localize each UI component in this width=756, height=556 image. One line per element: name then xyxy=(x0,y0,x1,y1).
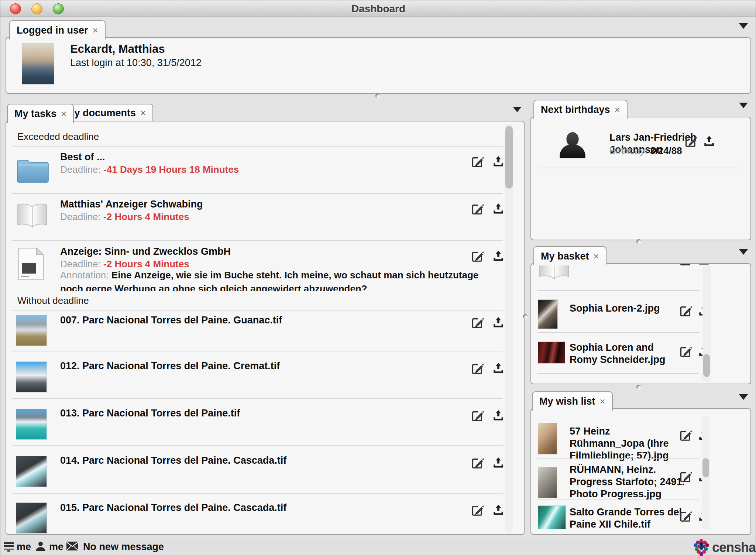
logged-in-user-panel: Eckardt, Matthias Last login at 10:30, 3… xyxy=(6,37,751,94)
upload-icon[interactable] xyxy=(492,248,505,262)
divider xyxy=(537,458,700,459)
task-title: 013. Parc Nacional Torres del Paine.tif xyxy=(60,407,240,419)
edit-icon[interactable] xyxy=(677,302,694,318)
crowd-photo-thumbnail xyxy=(538,342,565,364)
basket-item-title: Sophia Loren and Romy Schneider.jpg xyxy=(570,342,680,366)
my-basket-panel: Sophia Loren-2.jpg Sophia Loren and Romy… xyxy=(530,263,751,384)
close-icon[interactable]: × xyxy=(615,105,620,114)
sepia-portrait-thumbnail xyxy=(538,423,557,454)
deadline-label: Deadline: xyxy=(60,211,101,222)
title-bar[interactable]: Dashboard xyxy=(0,0,756,17)
dropdown-caret-icon[interactable] xyxy=(739,394,748,400)
divider xyxy=(12,351,503,351)
divider xyxy=(12,146,503,147)
edit-icon[interactable] xyxy=(677,468,694,484)
edit-icon[interactable] xyxy=(677,263,694,267)
tab-my-basket[interactable]: My basket × xyxy=(533,246,606,265)
next-birthdays-panel: Lars Jan-Friedrich Johannson Birthday: 3… xyxy=(530,117,751,240)
window-title: Dashboard xyxy=(0,3,756,15)
edit-icon[interactable] xyxy=(469,360,485,375)
status-bar: me me No new message censhare xyxy=(0,538,756,556)
scrollbar-thumb[interactable] xyxy=(703,354,710,377)
close-icon[interactable]: × xyxy=(140,108,146,118)
birthday-label: Birthday: xyxy=(609,145,647,156)
dropdown-caret-icon[interactable] xyxy=(739,103,748,108)
splitter-knob[interactable] xyxy=(523,314,528,319)
upload-icon[interactable] xyxy=(492,455,505,469)
splitter-knob[interactable] xyxy=(375,93,380,98)
edit-icon[interactable] xyxy=(677,343,694,358)
edit-icon[interactable] xyxy=(677,508,694,523)
annotation-label: Annotation: xyxy=(60,270,109,281)
splitter-knob[interactable] xyxy=(636,385,641,389)
queue-label: me xyxy=(17,541,31,553)
close-icon[interactable]: × xyxy=(61,109,66,119)
last-login: Last login at 10:30, 31/5/2012 xyxy=(70,57,202,69)
waterfall-thumbnail xyxy=(16,502,47,533)
open-book-icon xyxy=(15,203,49,229)
close-icon[interactable]: × xyxy=(93,25,98,35)
task-title: 014. Parc Nacional Torres del Paine. Cas… xyxy=(60,454,286,467)
wishlist-item-title: Salto Grande Torres del Paine XII Chile.… xyxy=(570,506,684,531)
divider xyxy=(12,193,503,194)
tab-my-wish-list[interactable]: My wish list × xyxy=(532,391,613,411)
upload-icon[interactable] xyxy=(492,315,505,329)
dropdown-caret-icon[interactable] xyxy=(739,23,748,29)
wishlist-item-title: 57 Heinz Rühmann_Jopa (Ihre Filmliebling… xyxy=(570,425,684,462)
divider xyxy=(537,500,700,500)
upload-icon[interactable] xyxy=(492,201,505,215)
folder-icon xyxy=(16,157,50,184)
tab-next-birthdays[interactable]: Next birthdays × xyxy=(533,100,628,119)
deadline-label: Deadline: xyxy=(60,258,101,270)
portrait-thumbnail xyxy=(538,299,558,329)
tab-my-tasks[interactable]: My tasks × xyxy=(7,104,74,123)
deadline-label: Deadline: xyxy=(60,164,101,175)
dropdown-caret-icon[interactable] xyxy=(513,107,522,112)
task-title: 007. Parc Nacional Torres del Paine. Gua… xyxy=(60,314,282,326)
dropdown-caret-icon[interactable] xyxy=(739,249,748,255)
tab-logged-in-user[interactable]: Logged in user × xyxy=(9,20,106,40)
lake-thumbnail xyxy=(16,409,47,440)
divider xyxy=(12,310,503,311)
task-title: 012. Parc Nacional Torres del Paine. Cre… xyxy=(60,360,280,372)
user-label: me xyxy=(49,541,63,553)
upload-icon[interactable] xyxy=(492,502,505,516)
section-header-exceeded: Exceeded deadline xyxy=(17,131,99,143)
censhare-logo-icon xyxy=(693,539,710,556)
close-icon[interactable]: × xyxy=(600,397,605,406)
censhare-logo-text: censhare xyxy=(712,540,756,555)
close-icon[interactable]: × xyxy=(594,251,599,261)
scrollbar-thumb[interactable] xyxy=(702,458,709,477)
divider xyxy=(12,240,503,241)
edit-icon[interactable] xyxy=(469,153,485,169)
task-title: Anzeige: Sinn- und Zwecklos GmbH xyxy=(60,246,231,258)
upload-icon[interactable] xyxy=(702,134,716,148)
edit-icon[interactable] xyxy=(469,454,485,470)
upload-icon[interactable] xyxy=(492,361,505,375)
edit-icon[interactable] xyxy=(677,427,694,442)
waterfall-thumbnail xyxy=(16,456,47,487)
divider xyxy=(537,373,700,374)
annotation-text: Eine Anzeige, wie sie im Buche steht. Ic… xyxy=(60,270,478,291)
upload-icon[interactable] xyxy=(492,154,505,168)
edit-icon[interactable] xyxy=(469,314,485,330)
edit-icon[interactable] xyxy=(469,248,485,263)
edit-icon[interactable] xyxy=(469,502,485,517)
task-title: 015. Parc Nacional Torres del Paine. Cas… xyxy=(60,502,286,514)
scrollbar-thumb[interactable] xyxy=(505,126,513,189)
bw-portrait-thumbnail xyxy=(538,467,557,498)
upload-icon[interactable] xyxy=(492,408,505,422)
tab-label: My tasks xyxy=(14,108,56,120)
edit-icon[interactable] xyxy=(469,407,485,423)
task-title: Matthias' Anzeiger Schwabing xyxy=(60,198,203,210)
splitter-knob[interactable] xyxy=(636,239,641,244)
edit-icon[interactable] xyxy=(469,200,485,216)
tab-label: Next birthdays xyxy=(541,104,610,116)
tab-label: My documents xyxy=(66,107,136,119)
open-book-icon xyxy=(537,263,571,280)
wishlist-item-title: RÜHMANN, Heinz. Progress Starfoto; 2491.… xyxy=(570,464,691,500)
divider xyxy=(537,290,700,291)
tab-label: Logged in user xyxy=(17,25,88,36)
edit-icon[interactable] xyxy=(683,133,699,148)
deadline-value: -2 Hours 4 Minutes xyxy=(103,211,189,222)
